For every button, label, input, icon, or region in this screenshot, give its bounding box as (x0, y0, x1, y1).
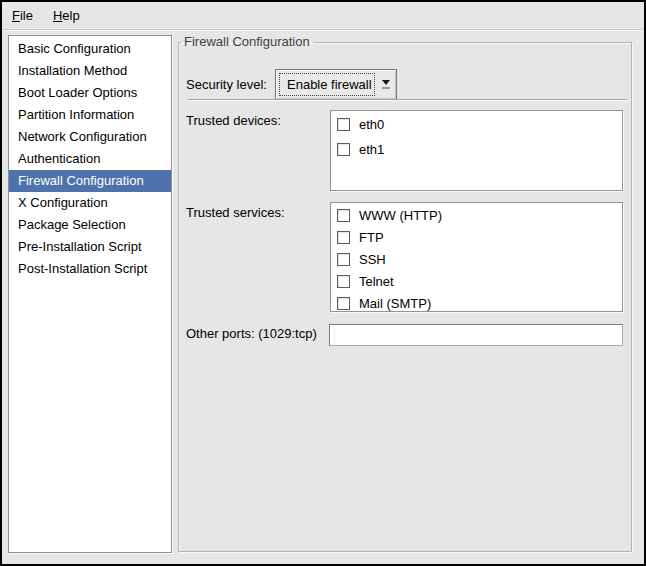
service-label: SSH (359, 252, 386, 267)
security-level-value: Enable firewall (279, 73, 375, 96)
checkbox[interactable] (337, 118, 350, 131)
service-label: Mail (SMTP) (359, 296, 431, 311)
groupbox-title: Firewall Configuration (181, 35, 313, 49)
sidebar-item-partition-information[interactable]: Partition Information (9, 104, 171, 126)
firewall-configuration-groupbox: Firewall Configuration Security level: E… (178, 35, 632, 552)
service-row-ssh[interactable]: SSH (331, 248, 622, 270)
device-label: eth1 (359, 142, 384, 157)
security-level-label: Security level: (186, 69, 267, 100)
menu-help[interactable]: Help (43, 2, 90, 29)
sidebar-item-x-configuration[interactable]: X Configuration (9, 192, 171, 214)
other-ports-input[interactable] (329, 324, 623, 346)
trusted-devices-label: Trusted devices: (186, 110, 281, 132)
device-label: eth0 (359, 117, 384, 132)
service-label: FTP (359, 230, 384, 245)
menubar: File Help (2, 2, 644, 30)
checkbox[interactable] (337, 253, 350, 266)
application-window: File Help Basic Configuration Installati… (0, 0, 646, 566)
other-ports-label: Other ports: (1029:tcp) (186, 322, 317, 346)
checkbox[interactable] (337, 275, 350, 288)
device-row-eth0[interactable]: eth0 (331, 112, 622, 137)
checkbox[interactable] (337, 209, 350, 222)
dropdown-arrow-icon (375, 80, 396, 89)
device-row-eth1[interactable]: eth1 (331, 137, 622, 162)
trusted-services-label: Trusted services: (186, 202, 285, 224)
service-row-mail[interactable]: Mail (SMTP) (331, 292, 622, 312)
checkbox[interactable] (337, 143, 350, 156)
sidebar-item-pre-installation-script[interactable]: Pre-Installation Script (9, 236, 171, 258)
service-row-telnet[interactable]: Telnet (331, 270, 622, 292)
service-row-www[interactable]: WWW (HTTP) (331, 204, 622, 226)
checkbox[interactable] (337, 297, 350, 310)
sidebar-item-network-configuration[interactable]: Network Configuration (9, 126, 171, 148)
sidebar-item-firewall-configuration[interactable]: Firewall Configuration (9, 170, 171, 192)
sidebar-item-post-installation-script[interactable]: Post-Installation Script (9, 258, 171, 280)
sidebar-item-package-selection[interactable]: Package Selection (9, 214, 171, 236)
sidebar-item-authentication[interactable]: Authentication (9, 148, 171, 170)
horizontal-separator (188, 99, 627, 101)
trusted-devices-list: eth0 eth1 (330, 110, 623, 191)
sidebar-item-boot-loader-options[interactable]: Boot Loader Options (9, 82, 171, 104)
service-label: Telnet (359, 274, 394, 289)
section-list: Basic Configuration Installation Method … (8, 35, 172, 553)
sidebar-item-installation-method[interactable]: Installation Method (9, 60, 171, 82)
trusted-services-list: WWW (HTTP) FTP SSH Telnet Mail (SMTP) (330, 202, 623, 312)
menu-file[interactable]: File (2, 2, 43, 29)
security-level-dropdown[interactable]: Enable firewall (275, 69, 397, 100)
sidebar-item-basic-configuration[interactable]: Basic Configuration (9, 38, 171, 60)
checkbox[interactable] (337, 231, 350, 244)
service-row-ftp[interactable]: FTP (331, 226, 622, 248)
service-label: WWW (HTTP) (359, 208, 442, 223)
